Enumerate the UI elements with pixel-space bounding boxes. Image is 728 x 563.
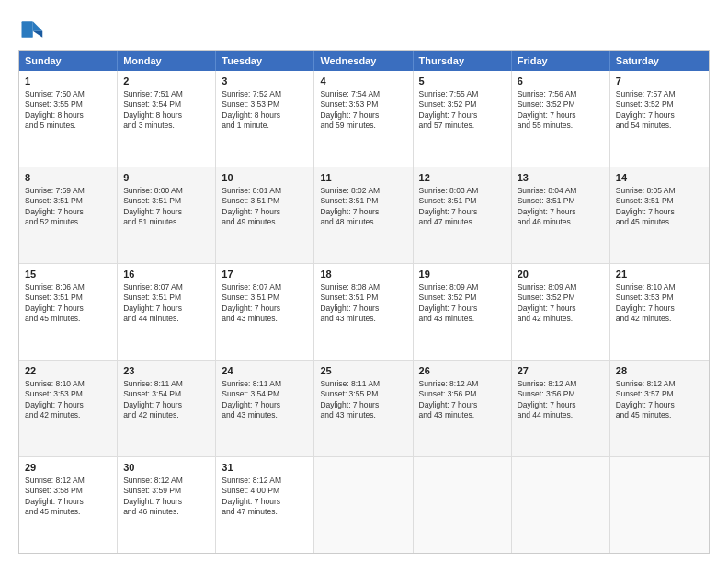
day-info: Sunset: 3:53 PM [222,99,279,109]
day-number: 28 [616,364,703,378]
day-info: Daylight: 7 hours [518,110,576,120]
day-info: and 45 minutes. [616,410,671,419]
day-info: Sunset: 3:51 PM [320,293,378,302]
day-info: Sunset: 3:53 PM [616,293,674,302]
day-info: and 46 minutes. [518,217,573,226]
calendar-cell: 10Sunrise: 8:01 AMSunset: 3:51 PMDayligh… [216,167,314,263]
day-info: Sunrise: 7:54 AM [320,89,380,98]
calendar-cell: 14Sunrise: 8:05 AMSunset: 3:51 PMDayligh… [610,167,709,263]
day-info: Daylight: 7 hours [320,207,379,216]
day-info: Sunset: 3:55 PM [320,389,378,398]
day-info: Sunset: 3:52 PM [518,99,575,109]
day-info: Sunset: 3:53 PM [320,99,378,109]
calendar-cell: 25Sunrise: 8:11 AMSunset: 3:55 PMDayligh… [314,361,413,456]
day-info: Sunrise: 8:12 AM [25,476,85,485]
day-info: Sunrise: 8:11 AM [222,379,281,388]
day-info: Sunset: 3:59 PM [123,486,181,495]
day-number: 25 [320,364,406,378]
calendar-cell: 7Sunrise: 7:57 AMSunset: 3:52 PMDaylight… [610,71,709,167]
day-info: Sunset: 3:51 PM [320,196,378,205]
calendar-row: 1Sunrise: 7:50 AMSunset: 3:55 PMDaylight… [19,71,709,167]
day-info: and 43 minutes. [419,410,474,419]
day-info: and 52 minutes. [25,217,80,226]
day-info: Sunset: 3:52 PM [518,293,575,302]
day-number: 26 [419,364,506,378]
header-day-sunday: Sunday [19,51,118,71]
day-info: Daylight: 7 hours [518,400,576,409]
day-info: Daylight: 7 hours [419,400,478,409]
day-info: and 42 minutes. [25,410,80,419]
day-info: Sunrise: 8:12 AM [518,379,577,388]
header-day-tuesday: Tuesday [216,51,314,71]
day-info: and 46 minutes. [123,507,178,516]
logo [18,17,48,42]
calendar-cell: 22Sunrise: 8:10 AMSunset: 3:53 PMDayligh… [19,361,118,456]
day-info: Sunset: 3:51 PM [25,293,83,302]
calendar-cell: 9Sunrise: 8:00 AMSunset: 3:51 PMDaylight… [118,167,216,263]
day-info: Daylight: 8 hours [222,110,280,120]
day-info: Sunrise: 8:12 AM [123,476,183,485]
day-info: Sunset: 3:54 PM [123,389,181,398]
day-info: and 45 minutes. [25,507,80,516]
day-info: Sunset: 4:00 PM [222,486,279,495]
day-info: Daylight: 8 hours [25,110,84,120]
day-info: and 3 minutes. [123,121,175,130]
day-number: 22 [25,364,111,378]
day-number: 8 [25,171,111,185]
day-number: 27 [518,364,604,378]
day-info: and 51 minutes. [123,217,178,226]
day-info: Sunset: 3:51 PM [222,196,279,205]
day-info: Sunset: 3:52 PM [616,99,674,109]
day-number: 9 [123,171,210,185]
calendar-cell: 26Sunrise: 8:12 AMSunset: 3:56 PMDayligh… [414,361,512,456]
calendar-cell: 8Sunrise: 7:59 AMSunset: 3:51 PMDaylight… [19,167,118,263]
calendar-body: 1Sunrise: 7:50 AMSunset: 3:55 PMDaylight… [19,71,709,553]
day-info: Sunset: 3:51 PM [616,196,674,205]
day-info: Daylight: 7 hours [320,304,379,313]
day-info: Sunset: 3:57 PM [616,389,674,398]
day-info: and 43 minutes. [320,410,375,419]
day-info: Sunrise: 8:10 AM [616,282,676,292]
day-info: Daylight: 7 hours [123,400,182,409]
day-info: and 54 minutes. [616,121,671,130]
day-info: Daylight: 7 hours [320,110,379,120]
svg-marker-1 [33,31,43,38]
calendar-cell: 17Sunrise: 8:07 AMSunset: 3:51 PMDayligh… [216,264,314,360]
day-info: Sunset: 3:54 PM [222,389,279,398]
day-number: 31 [222,461,308,475]
day-info: Sunrise: 8:11 AM [123,379,183,388]
day-number: 21 [616,268,703,282]
day-info: Daylight: 7 hours [616,110,675,120]
day-info: Sunrise: 8:11 AM [320,379,380,388]
day-info: Sunrise: 7:51 AM [123,89,183,98]
calendar-cell: 29Sunrise: 8:12 AMSunset: 3:58 PMDayligh… [19,457,118,553]
day-number: 15 [25,268,111,282]
calendar-header: SundayMondayTuesdayWednesdayThursdayFrid… [19,51,709,71]
day-number: 4 [320,75,406,88]
day-info: Daylight: 7 hours [419,110,478,120]
calendar-cell: 31Sunrise: 8:12 AMSunset: 4:00 PMDayligh… [216,457,314,553]
day-info: Daylight: 7 hours [25,497,84,506]
logo-icon [18,17,44,42]
day-number: 7 [616,75,703,88]
calendar-cell: 30Sunrise: 8:12 AMSunset: 3:59 PMDayligh… [118,457,216,553]
day-info: Daylight: 7 hours [222,304,280,313]
day-number: 11 [320,171,406,185]
header-day-thursday: Thursday [414,51,512,71]
day-info: Sunrise: 8:01 AM [222,186,281,195]
svg-rect-2 [22,21,33,38]
day-info: Sunset: 3:51 PM [123,196,181,205]
day-info: Daylight: 7 hours [419,304,478,313]
calendar-cell: 3Sunrise: 7:52 AMSunset: 3:53 PMDaylight… [216,71,314,167]
day-info: and 44 minutes. [123,314,178,323]
calendar-row: 15Sunrise: 8:06 AMSunset: 3:51 PMDayligh… [19,263,709,360]
day-info: Daylight: 7 hours [518,207,576,216]
calendar-cell: 13Sunrise: 8:04 AMSunset: 3:51 PMDayligh… [512,167,610,263]
day-info: Daylight: 7 hours [616,304,675,313]
day-info: and 55 minutes. [518,121,573,130]
calendar-cell [610,457,709,553]
day-info: Daylight: 7 hours [222,207,280,216]
day-info: Daylight: 7 hours [25,304,84,313]
calendar-cell [512,457,610,553]
day-info: Sunset: 3:56 PM [518,389,575,398]
